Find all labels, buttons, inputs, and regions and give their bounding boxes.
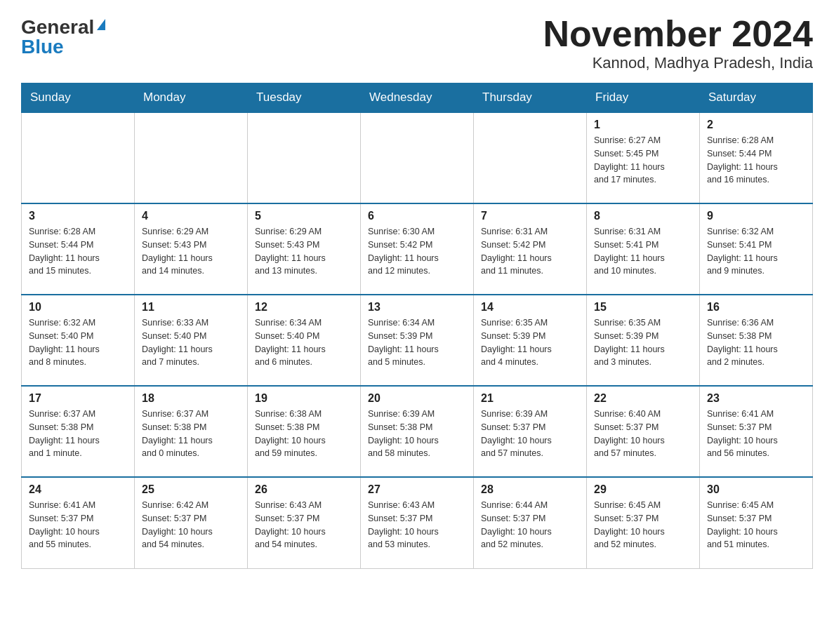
day-number: 21: [481, 392, 579, 405]
day-number: 13: [368, 301, 466, 314]
day-info: Sunrise: 6:43 AM Sunset: 5:37 PM Dayligh…: [255, 499, 353, 551]
day-number: 14: [481, 301, 579, 314]
day-info: Sunrise: 6:31 AM Sunset: 5:41 PM Dayligh…: [594, 225, 692, 278]
calendar-cell: 2Sunrise: 6:28 AM Sunset: 5:44 PM Daylig…: [700, 112, 813, 203]
day-number: 19: [255, 392, 353, 405]
day-number: 9: [707, 210, 805, 222]
calendar-cell: 6Sunrise: 6:30 AM Sunset: 5:42 PM Daylig…: [361, 203, 474, 295]
day-info: Sunrise: 6:40 AM Sunset: 5:37 PM Dayligh…: [594, 408, 692, 460]
day-number: 1: [594, 119, 692, 131]
day-info: Sunrise: 6:39 AM Sunset: 5:38 PM Dayligh…: [368, 408, 466, 460]
day-number: 2: [707, 119, 805, 131]
logo: General Blue: [21, 14, 105, 57]
calendar-cell: 25Sunrise: 6:42 AM Sunset: 5:37 PM Dayli…: [135, 477, 248, 568]
day-info: Sunrise: 6:28 AM Sunset: 5:44 PM Dayligh…: [29, 225, 127, 278]
day-number: 15: [594, 301, 692, 314]
day-number: 11: [142, 301, 240, 314]
day-number: 7: [481, 210, 579, 222]
day-info: Sunrise: 6:35 AM Sunset: 5:39 PM Dayligh…: [481, 316, 579, 369]
calendar-cell: [248, 112, 361, 203]
calendar-cell: 27Sunrise: 6:43 AM Sunset: 5:37 PM Dayli…: [361, 477, 474, 568]
day-number: 17: [29, 392, 127, 405]
location-subtitle: Kannod, Madhya Pradesh, India: [543, 54, 813, 72]
col-tuesday: Tuesday: [248, 83, 361, 113]
calendar-cell: 23Sunrise: 6:41 AM Sunset: 5:37 PM Dayli…: [700, 386, 813, 477]
day-number: 30: [707, 483, 805, 496]
logo-blue-text: Blue: [21, 37, 64, 57]
day-info: Sunrise: 6:35 AM Sunset: 5:39 PM Dayligh…: [594, 316, 692, 369]
title-section: November 2024 Kannod, Madhya Pradesh, In…: [543, 14, 813, 72]
col-friday: Friday: [587, 83, 700, 113]
calendar-cell: 8Sunrise: 6:31 AM Sunset: 5:41 PM Daylig…: [587, 203, 700, 295]
col-monday: Monday: [135, 83, 248, 113]
day-number: 20: [368, 392, 466, 405]
calendar-cell: 30Sunrise: 6:45 AM Sunset: 5:37 PM Dayli…: [700, 477, 813, 568]
day-info: Sunrise: 6:42 AM Sunset: 5:37 PM Dayligh…: [142, 499, 240, 551]
day-info: Sunrise: 6:32 AM Sunset: 5:40 PM Dayligh…: [29, 316, 127, 369]
calendar-cell: 17Sunrise: 6:37 AM Sunset: 5:38 PM Dayli…: [22, 386, 135, 477]
day-info: Sunrise: 6:29 AM Sunset: 5:43 PM Dayligh…: [142, 225, 240, 278]
day-info: Sunrise: 6:37 AM Sunset: 5:38 PM Dayligh…: [142, 408, 240, 460]
day-info: Sunrise: 6:30 AM Sunset: 5:42 PM Dayligh…: [368, 225, 466, 278]
calendar-table: Sunday Monday Tuesday Wednesday Thursday…: [21, 83, 813, 569]
calendar-cell: 22Sunrise: 6:40 AM Sunset: 5:37 PM Dayli…: [587, 386, 700, 477]
day-number: 18: [142, 392, 240, 405]
calendar-cell: 26Sunrise: 6:43 AM Sunset: 5:37 PM Dayli…: [248, 477, 361, 568]
day-number: 10: [29, 301, 127, 314]
col-saturday: Saturday: [700, 83, 813, 113]
day-number: 28: [481, 483, 579, 496]
day-info: Sunrise: 6:27 AM Sunset: 5:45 PM Dayligh…: [594, 134, 692, 187]
calendar-week-row-5: 24Sunrise: 6:41 AM Sunset: 5:37 PM Dayli…: [22, 477, 813, 568]
calendar-cell: 16Sunrise: 6:36 AM Sunset: 5:38 PM Dayli…: [700, 295, 813, 386]
calendar-cell: 5Sunrise: 6:29 AM Sunset: 5:43 PM Daylig…: [248, 203, 361, 295]
calendar-cell: [361, 112, 474, 203]
day-number: 25: [142, 483, 240, 496]
day-number: 4: [142, 210, 240, 222]
day-number: 29: [594, 483, 692, 496]
day-info: Sunrise: 6:36 AM Sunset: 5:38 PM Dayligh…: [707, 316, 805, 369]
calendar-cell: 13Sunrise: 6:34 AM Sunset: 5:39 PM Dayli…: [361, 295, 474, 386]
day-info: Sunrise: 6:38 AM Sunset: 5:38 PM Dayligh…: [255, 408, 353, 460]
day-info: Sunrise: 6:34 AM Sunset: 5:39 PM Dayligh…: [368, 316, 466, 369]
calendar-cell: 20Sunrise: 6:39 AM Sunset: 5:38 PM Dayli…: [361, 386, 474, 477]
calendar-week-row-4: 17Sunrise: 6:37 AM Sunset: 5:38 PM Dayli…: [22, 386, 813, 477]
calendar-cell: 9Sunrise: 6:32 AM Sunset: 5:41 PM Daylig…: [700, 203, 813, 295]
day-info: Sunrise: 6:45 AM Sunset: 5:37 PM Dayligh…: [707, 499, 805, 551]
calendar-cell: [135, 112, 248, 203]
calendar-cell: [474, 112, 587, 203]
col-thursday: Thursday: [474, 83, 587, 113]
day-number: 3: [29, 210, 127, 222]
calendar-week-row-3: 10Sunrise: 6:32 AM Sunset: 5:40 PM Dayli…: [22, 295, 813, 386]
day-number: 5: [255, 210, 353, 222]
calendar-cell: [22, 112, 135, 203]
day-info: Sunrise: 6:41 AM Sunset: 5:37 PM Dayligh…: [707, 408, 805, 460]
day-number: 8: [594, 210, 692, 222]
day-number: 24: [29, 483, 127, 496]
month-title: November 2024: [543, 14, 813, 54]
page-header: General Blue November 2024 Kannod, Madhy…: [21, 14, 813, 72]
calendar-cell: 15Sunrise: 6:35 AM Sunset: 5:39 PM Dayli…: [587, 295, 700, 386]
calendar-cell: 7Sunrise: 6:31 AM Sunset: 5:42 PM Daylig…: [474, 203, 587, 295]
day-info: Sunrise: 6:45 AM Sunset: 5:37 PM Dayligh…: [594, 499, 692, 551]
calendar-cell: 18Sunrise: 6:37 AM Sunset: 5:38 PM Dayli…: [135, 386, 248, 477]
day-number: 12: [255, 301, 353, 314]
col-sunday: Sunday: [22, 83, 135, 113]
day-info: Sunrise: 6:44 AM Sunset: 5:37 PM Dayligh…: [481, 499, 579, 551]
calendar-cell: 12Sunrise: 6:34 AM Sunset: 5:40 PM Dayli…: [248, 295, 361, 386]
day-number: 16: [707, 301, 805, 314]
day-number: 22: [594, 392, 692, 405]
calendar-cell: 4Sunrise: 6:29 AM Sunset: 5:43 PM Daylig…: [135, 203, 248, 295]
day-number: 27: [368, 483, 466, 496]
day-number: 23: [707, 392, 805, 405]
day-info: Sunrise: 6:29 AM Sunset: 5:43 PM Dayligh…: [255, 225, 353, 278]
calendar-header-row: Sunday Monday Tuesday Wednesday Thursday…: [22, 83, 813, 113]
day-info: Sunrise: 6:37 AM Sunset: 5:38 PM Dayligh…: [29, 408, 127, 460]
day-info: Sunrise: 6:32 AM Sunset: 5:41 PM Dayligh…: [707, 225, 805, 278]
calendar-week-row-1: 1Sunrise: 6:27 AM Sunset: 5:45 PM Daylig…: [22, 112, 813, 203]
day-info: Sunrise: 6:39 AM Sunset: 5:37 PM Dayligh…: [481, 408, 579, 460]
calendar-cell: 1Sunrise: 6:27 AM Sunset: 5:45 PM Daylig…: [587, 112, 700, 203]
day-number: 6: [368, 210, 466, 222]
day-info: Sunrise: 6:43 AM Sunset: 5:37 PM Dayligh…: [368, 499, 466, 551]
day-info: Sunrise: 6:41 AM Sunset: 5:37 PM Dayligh…: [29, 499, 127, 551]
calendar-cell: 14Sunrise: 6:35 AM Sunset: 5:39 PM Dayli…: [474, 295, 587, 386]
